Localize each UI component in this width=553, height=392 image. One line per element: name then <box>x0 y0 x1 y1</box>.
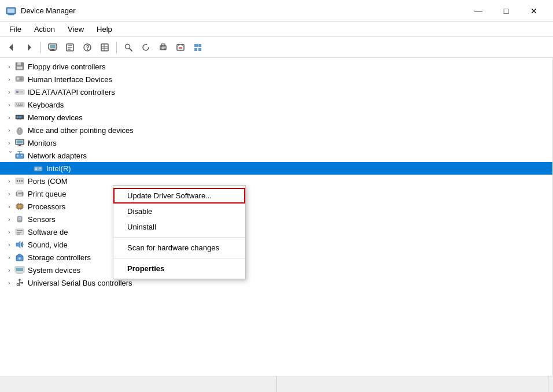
tree-item-keyboards[interactable]: › Keyboards <box>0 98 552 111</box>
status-panel-left <box>5 376 276 392</box>
menu-file[interactable]: File <box>5 24 26 35</box>
svg-rect-7 <box>50 45 56 48</box>
window-controls[interactable]: — □ ✕ <box>465 3 547 19</box>
tree-item-storage[interactable]: › Storage controllers <box>0 251 552 264</box>
icon-intel <box>32 164 44 173</box>
expand-printqueue[interactable]: › <box>5 189 14 198</box>
search-button[interactable] <box>120 40 137 55</box>
tree-item-mice[interactable]: › Mice and other pointing devices <box>0 124 552 136</box>
svg-marker-4 <box>9 44 13 51</box>
close-button[interactable]: ✕ <box>521 3 547 19</box>
tree-item-ports[interactable]: › Ports (COM <box>0 175 552 187</box>
tree-item-processors[interactable]: › Processors <box>0 200 552 213</box>
grid-button[interactable] <box>97 40 113 55</box>
app-icon <box>6 6 16 16</box>
svg-rect-16 <box>101 44 108 51</box>
expand-floppy[interactable]: › <box>5 62 14 71</box>
svg-rect-76 <box>39 168 41 169</box>
svg-rect-45 <box>20 93 23 93</box>
label-ports: Ports (COM <box>28 177 68 186</box>
back-button[interactable] <box>3 40 20 55</box>
svg-rect-9 <box>50 50 56 51</box>
extra-button[interactable] <box>190 40 206 55</box>
tree-item-sensors[interactable]: › Sensors <box>0 213 552 225</box>
expand-hid[interactable]: › <box>5 75 14 84</box>
ctx-scan[interactable]: Scan for hardware changes <box>113 240 245 256</box>
svg-point-26 <box>161 46 162 47</box>
menu-bar: File Action View Help <box>0 22 553 37</box>
tree-item-network[interactable]: › Network adapters <box>0 149 552 162</box>
svg-rect-37 <box>17 66 23 69</box>
tree-item-ide[interactable]: › IDE ATA/ATAPI controllers <box>0 86 552 98</box>
menu-view[interactable]: View <box>63 24 89 35</box>
expand-system[interactable]: › <box>5 265 14 275</box>
label-processors: Processors <box>28 202 65 211</box>
icon-ports <box>14 176 25 186</box>
toolbar-sep-1 <box>40 42 41 53</box>
svg-marker-5 <box>28 44 31 51</box>
expand-memory[interactable]: › <box>5 113 14 122</box>
tree-item-usb[interactable]: › Universal Serial Bus controllers <box>0 276 552 289</box>
help-button[interactable]: ? <box>79 40 95 55</box>
maximize-button[interactable]: □ <box>493 3 519 19</box>
expand-usb[interactable]: › <box>5 278 14 287</box>
svg-point-103 <box>19 257 21 260</box>
tree-item-sound[interactable]: › Sound, vide <box>0 238 552 251</box>
label-usb: Universal Serial Bus controllers <box>28 279 132 287</box>
properties-button[interactable] <box>62 40 78 55</box>
svg-rect-106 <box>18 272 21 273</box>
cancel-button[interactable] <box>172 40 189 55</box>
expand-monitors[interactable]: › <box>5 138 14 147</box>
svg-rect-64 <box>17 140 23 144</box>
svg-rect-58 <box>20 119 21 120</box>
svg-rect-27 <box>177 45 184 50</box>
svg-rect-86 <box>18 205 21 208</box>
svg-rect-105 <box>16 268 23 271</box>
ctx-properties[interactable]: Properties <box>113 261 245 276</box>
tree-item-floppy[interactable]: › Floppy drive controllers <box>0 60 552 73</box>
expand-ide[interactable]: › <box>5 87 14 97</box>
device-tree[interactable]: › Floppy drive controllers › <box>0 58 553 376</box>
svg-rect-34 <box>198 48 201 51</box>
minimize-button[interactable]: — <box>465 3 492 19</box>
expand-sensors[interactable]: › <box>5 215 14 224</box>
expand-keyboards[interactable]: › <box>5 100 14 109</box>
expand-mice[interactable]: › <box>5 125 14 135</box>
icon-monitors <box>14 138 25 147</box>
menu-action[interactable]: Action <box>30 24 60 35</box>
forward-button[interactable] <box>21 40 37 55</box>
tree-item-printqueue[interactable]: › Print queue <box>0 187 552 200</box>
computer-button[interactable] <box>45 40 61 55</box>
svg-point-80 <box>21 180 23 182</box>
svg-marker-22 <box>146 43 148 45</box>
expand-network[interactable]: › <box>5 151 14 160</box>
expand-processors[interactable]: › <box>5 202 14 211</box>
label-printqueue: Print queue <box>28 190 67 198</box>
print-button[interactable] <box>155 40 171 55</box>
refresh-button[interactable] <box>138 40 154 55</box>
tree-item-intel[interactable]: Intel(R) <box>0 162 552 175</box>
svg-rect-3 <box>8 14 14 15</box>
ctx-uninstall[interactable]: Uninstall <box>113 219 245 235</box>
expand-software[interactable]: › <box>5 227 14 236</box>
ctx-disable[interactable]: Disable <box>113 204 245 219</box>
menu-help[interactable]: Help <box>92 24 117 35</box>
svg-rect-55 <box>20 116 21 118</box>
label-ide: IDE ATA/ATAPI controllers <box>28 88 115 97</box>
tree-item-memory[interactable]: › Memory devices <box>0 111 552 124</box>
icon-hid <box>14 75 25 84</box>
expand-intel[interactable] <box>23 164 32 173</box>
svg-rect-48 <box>18 103 19 105</box>
tree-item-monitors[interactable]: › Monitors <box>0 136 552 149</box>
expand-sound[interactable]: › <box>5 240 14 249</box>
main-area: › Floppy drive controllers › <box>0 58 553 376</box>
svg-rect-43 <box>16 91 19 93</box>
expand-ports[interactable]: › <box>5 176 14 186</box>
label-memory: Memory devices <box>28 113 83 122</box>
ctx-update-driver[interactable]: Update Driver Software... <box>113 188 245 204</box>
expand-storage[interactable]: › <box>5 253 14 262</box>
tree-item-software[interactable]: › Software de <box>0 225 552 238</box>
svg-rect-83 <box>17 194 22 196</box>
tree-item-system[interactable]: › System devices <box>0 264 552 276</box>
tree-item-hid[interactable]: › Human Interface Devices <box>0 73 552 86</box>
